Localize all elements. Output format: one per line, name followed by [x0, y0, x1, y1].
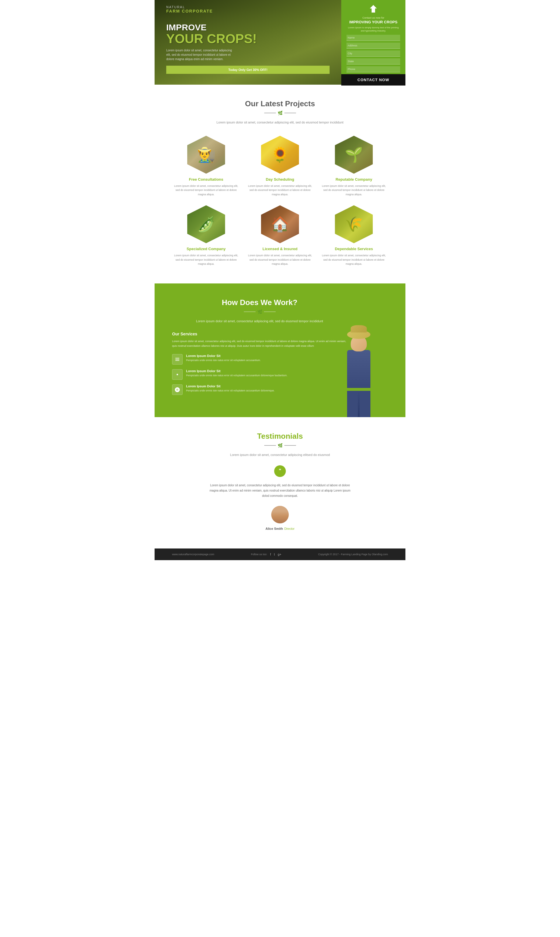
farmer-leg-right: [360, 391, 371, 417]
project-hex-1: 👨‍🌾: [187, 136, 225, 174]
hex-image-hops: 🌱: [335, 136, 373, 174]
farmer-legs: [347, 391, 371, 417]
testimonial-name-block: Alice Smith Director: [172, 526, 388, 531]
hops-icon: 🌱: [335, 136, 373, 174]
how-item-title-1: Lorem Ipsum Dolor Sit: [186, 354, 261, 358]
how-item-1: Lorem Ipsum Dolor Sit Perspiciatis unde …: [172, 354, 347, 364]
project-desc-6: Lorem ipsum dolor sit amet, consectetur …: [320, 253, 388, 266]
leaf-icon: 🌿: [278, 111, 283, 115]
state-input[interactable]: [346, 59, 400, 65]
brand-farm-corp: FARM CORPORATE: [166, 9, 213, 14]
how-title: How Does We Work?: [172, 298, 347, 307]
project-desc-1: Lorem ipsum dolor sit amet, consectetur …: [172, 184, 240, 196]
project-hex-6: 🌾: [335, 205, 373, 243]
project-title-4: Specialized Company: [172, 247, 240, 251]
hex-image-sunflower: 🌻: [261, 136, 299, 174]
project-card-1: 👨‍🌾 Free Consultations Lorem ipsum dolor…: [172, 136, 240, 196]
how-item-text-1: Lorem Ipsum Dolor Sit Perspiciatis unde …: [186, 354, 261, 362]
hero-cta-button[interactable]: Today Only Get 30% OFF!: [166, 66, 329, 74]
phone-input[interactable]: [346, 66, 400, 73]
sunflower-icon: 🌻: [261, 136, 299, 174]
divider-line-right: [285, 113, 296, 113]
project-desc-4: Lorem ipsum dolor sit amet, consectetur …: [172, 253, 240, 266]
testimonial-quote: Lorem ipsum dolor sit amet, consectetur …: [207, 483, 353, 499]
project-title-6: Dependable Services: [320, 247, 388, 251]
project-title-1: Free Consultations: [172, 177, 240, 182]
how-item-icon-3: [172, 384, 183, 395]
footer-social: Follow us too: f t g+: [251, 553, 282, 556]
form-contact-label: Contact us now for: [346, 16, 400, 19]
quote-icon: ": [274, 465, 286, 477]
test-divider-left: [264, 445, 276, 446]
farmer-figure: [329, 335, 388, 417]
hex-image-door: 🏠: [261, 205, 299, 243]
farmer-hat-top: [351, 325, 367, 332]
footer-copyright: Copyright © 2017 - Farming Landing Page …: [318, 553, 388, 556]
project-desc-2: Lorem ipsum dolor sit amet, consectetur …: [246, 184, 314, 196]
project-card-2: 🌻 Day Scheduling Lorem ipsum dolor sit a…: [246, 136, 314, 196]
svg-point-0: [177, 374, 178, 375]
form-title: IMPROVING YOUR CROPS: [346, 20, 400, 25]
projects-grid: 👨‍🌾 Free Consultations Lorem ipsum dolor…: [172, 136, 388, 266]
farmer-leg-left: [347, 391, 358, 417]
testimonials-title: Testimonials: [172, 432, 388, 441]
address-input[interactable]: [346, 43, 400, 49]
googleplus-icon[interactable]: g+: [278, 553, 282, 556]
services-description: Lorem ipsum dolor sit amet, consectetur …: [172, 339, 347, 348]
how-item-icon-1: [172, 354, 183, 364]
footer-follow-label: Follow us too:: [251, 553, 268, 556]
hero-crops-text: YOUR CROPS!: [166, 32, 329, 45]
testimonial-name: Alice Smith: [265, 527, 283, 530]
how-divider-left: [244, 312, 255, 312]
farmer-body: [347, 350, 371, 388]
facebook-icon[interactable]: f: [270, 553, 271, 556]
form-panel-icon: [346, 5, 400, 15]
project-hex-5: 🏠: [261, 205, 299, 243]
testimonials-divider: 🌿: [172, 443, 388, 448]
how-item-desc-2: Perspiciatis unde omnis iste natus error…: [186, 374, 287, 377]
project-card-4: 🫛 Specialized Company Lorem ipsum dolor …: [172, 205, 240, 266]
brand-natural: NATURAL: [166, 5, 213, 9]
footer-website: www.naturalfarmcorporatepage.com: [172, 553, 214, 556]
test-divider-right: [285, 445, 296, 446]
how-item-desc-1: Perspiciatis unde omnis iste natus error…: [186, 358, 261, 362]
how-item-icon-2: [172, 369, 183, 380]
how-divider-right: [264, 312, 275, 312]
project-card-5: 🏠 Licensed & Insured Lorem ipsum dolor s…: [246, 205, 314, 266]
avatar-image: [271, 506, 289, 523]
projects-section: Our Latest Projects 🌿 Lorem ipsum dolor …: [155, 85, 405, 283]
hex-image-farmer: 👨‍🌾: [187, 136, 225, 174]
project-desc-3: Lorem ipsum dolor sit amet, consectetur …: [320, 184, 388, 196]
how-section-inner: How Does We Work? 🌿 Lorem ipsum dolor si…: [172, 298, 347, 395]
projects-subtitle: Lorem ipsum dolor sit amet, consectetur …: [172, 120, 388, 124]
twitter-icon[interactable]: t: [274, 553, 275, 556]
name-input[interactable]: [346, 35, 400, 41]
hero-improve-text: IMPROVE: [166, 23, 329, 32]
divider-line-left: [264, 113, 276, 113]
services-title: Our Services: [172, 332, 347, 336]
how-item-text-2: Lorem Ipsum Dolor Sit Perspiciatis unde …: [186, 369, 287, 377]
project-hex-2: 🌻: [261, 136, 299, 174]
wheat-icon: 🌾: [335, 205, 373, 243]
test-leaf-icon: 🌿: [278, 443, 283, 448]
city-input[interactable]: [346, 51, 400, 57]
projects-divider: 🌿: [172, 111, 388, 115]
hex-image-peas: 🫛: [187, 205, 225, 243]
contact-form-panel: Contact us now for IMPROVING YOUR CROPS …: [341, 0, 405, 85]
contact-now-button[interactable]: CONTACT NOW: [341, 74, 405, 85]
door-icon: 🏠: [261, 205, 299, 243]
hero-content: NATURAL FARM CORPORATE IMPROVE YOUR CROP…: [155, 0, 341, 85]
peas-icon: 🫛: [187, 205, 225, 243]
project-desc-5: Lorem ipsum dolor sit amet, consectetur …: [246, 253, 314, 266]
footer: www.naturalfarmcorporatepage.com Follow …: [155, 548, 405, 560]
hero-description: Lorem ipsum dolor sit amet, consectetur …: [166, 48, 236, 61]
how-item-title-2: Lorem Ipsum Dolor Sit: [186, 369, 287, 373]
project-card-3: 🌱 Reputable Company Lorem ipsum dolor si…: [320, 136, 388, 196]
project-hex-3: 🌱: [335, 136, 373, 174]
hero-headline: IMPROVE YOUR CROPS!: [166, 23, 329, 45]
testimonials-section: Testimonials 🌿 Lorem ipsum dolor sit ame…: [155, 417, 405, 548]
form-description: Lorem Ipsum is simply dummy text of the …: [346, 26, 400, 32]
how-item-2: Lorem Ipsum Dolor Sit Perspiciatis unde …: [172, 369, 347, 380]
brand-logo: NATURAL FARM CORPORATE: [166, 5, 213, 14]
farmer-icon: 👨‍🌾: [187, 136, 225, 174]
